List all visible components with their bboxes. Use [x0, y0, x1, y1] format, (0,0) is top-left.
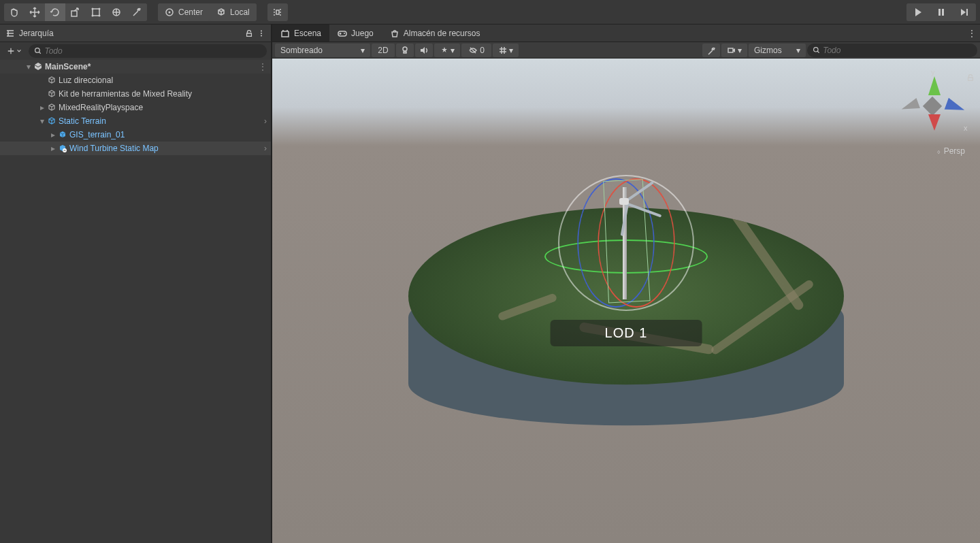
scale-tool-button[interactable] — [65, 3, 86, 21]
chevron-down-icon: ▾ — [361, 46, 365, 55]
mode-2d-label: 2D — [378, 46, 388, 55]
hand-tool-button[interactable] — [4, 3, 24, 21]
tab-game[interactable]: Juego — [329, 24, 382, 42]
toggle-2d-button[interactable]: 2D — [372, 44, 395, 57]
scene-tools-button[interactable] — [702, 44, 720, 57]
expand-arrow-icon[interactable]: ▾ — [38, 117, 46, 125]
row-menu-icon[interactable]: ⋮ — [259, 62, 267, 71]
svg-rect-21 — [728, 48, 733, 52]
projection-label[interactable]: ⬨ Persp — [936, 146, 965, 156]
svg-point-13 — [261, 30, 262, 31]
viewport-lock-icon[interactable] — [966, 73, 975, 84]
svg-point-16 — [35, 48, 40, 53]
row-chevron-icon[interactable]: › — [264, 144, 267, 153]
lod-badge: LOD 1 — [551, 320, 702, 346]
orientation-gizmo[interactable]: y x — [898, 72, 966, 154]
axis-y[interactable] — [928, 76, 941, 95]
svg-point-19 — [344, 33, 345, 34]
main-toolbar: Center Local — [0, 0, 980, 24]
search-icon — [34, 47, 42, 54]
rect-tool-button[interactable] — [86, 3, 106, 21]
tree-row[interactable]: ▾Static Terrain› — [0, 114, 271, 128]
shading-mode-dropdown[interactable]: Sombreado ▾ — [275, 44, 370, 57]
tree-row[interactable]: Kit de herramientas de Mixed Reality — [0, 87, 271, 101]
tabs-menu-button[interactable]: ⋮ — [964, 24, 980, 42]
unity-scene-icon — [33, 61, 44, 72]
tree-row[interactable]: Luz direccional — [0, 73, 271, 87]
transform-tool-button[interactable] — [106, 3, 127, 21]
svg-rect-1 — [93, 9, 99, 16]
expand-arrow-icon[interactable] — [38, 76, 46, 84]
gizmo-center[interactable] — [923, 97, 942, 116]
lighting-toggle-button[interactable] — [396, 44, 414, 57]
axis-neg-x[interactable] — [900, 98, 920, 114]
camera-icon — [727, 46, 736, 55]
lock-icon[interactable] — [245, 29, 253, 38]
expand-arrow-icon[interactable]: ▸ — [49, 131, 57, 139]
grid-dropdown-button[interactable]: ▾ — [493, 44, 519, 57]
pivot-local-button[interactable]: Local — [210, 3, 257, 21]
plus-icon — [7, 47, 15, 55]
tree-row[interactable]: ▸MixedRealityPlayspace — [0, 101, 271, 114]
audio-toggle-button[interactable] — [415, 44, 433, 57]
effects-dropdown-button[interactable]: ▾ — [434, 44, 460, 57]
turbine-hub — [619, 198, 629, 205]
snap-button[interactable] — [267, 3, 288, 21]
prefab-icon — [57, 143, 68, 154]
hierarchy-icon — [5, 29, 15, 38]
expand-arrow-icon[interactable]: ▾ — [24, 63, 33, 71]
expand-arrow-icon[interactable]: ▸ — [49, 144, 57, 152]
move-tool-button[interactable] — [24, 3, 45, 21]
move-icon — [29, 7, 40, 18]
add-object-button[interactable] — [4, 46, 24, 56]
scene-viewport[interactable]: LOD 1 y x ⬨ Persp — [272, 59, 980, 543]
hierarchy-header: Jerarquía — [0, 24, 271, 42]
pivot-center-button[interactable]: Center — [158, 3, 210, 21]
svg-point-14 — [261, 32, 262, 33]
scene-search-input[interactable] — [823, 46, 972, 55]
playback-controls — [906, 3, 976, 21]
chevron-down-icon: ▾ — [796, 46, 800, 55]
svg-point-2 — [92, 7, 94, 10]
gameobject-icon — [46, 75, 57, 86]
tree-item-label: MixedRealityPlayspace — [59, 103, 143, 112]
tree-row[interactable]: ▸Wind Turbine Static Map› — [0, 142, 271, 155]
tab-asset-store[interactable]: Almacén de recursos — [382, 24, 489, 42]
camera-dropdown-button[interactable]: ▾ — [721, 44, 747, 57]
tree-item-label: Luz direccional — [59, 76, 113, 85]
hierarchy-search-input[interactable] — [44, 46, 261, 56]
scene-name: MainScene* — [45, 62, 91, 71]
axis-label-x: x — [964, 124, 968, 132]
rotate-tool-button[interactable] — [45, 3, 65, 21]
pause-button[interactable] — [930, 3, 953, 21]
axis-x[interactable] — [945, 98, 966, 116]
custom-tools-button[interactable] — [127, 3, 147, 21]
hand-icon — [9, 7, 20, 18]
game-tab-icon — [338, 29, 347, 38]
play-button[interactable] — [906, 3, 930, 21]
expand-arrow-icon[interactable] — [38, 90, 46, 98]
hierarchy-search[interactable] — [29, 44, 267, 58]
row-chevron-icon[interactable]: › — [264, 116, 267, 126]
hidden-objects-button[interactable]: 0 — [461, 44, 491, 57]
panel-menu-icon[interactable] — [257, 29, 265, 38]
tree-row[interactable]: ▸GIS_terrain_01 — [0, 128, 271, 142]
audio-icon — [419, 46, 429, 55]
chevron-down-icon: ▾ — [509, 46, 513, 55]
gizmos-dropdown[interactable]: Gizmos ▾ — [749, 44, 806, 57]
svg-point-15 — [261, 35, 262, 36]
hierarchy-tree: ▾ MainScene* ⋮ Luz direccionalKit de her… — [0, 60, 271, 543]
scene-search[interactable] — [807, 44, 977, 57]
pause-icon — [936, 7, 947, 18]
rotation-gizmo[interactable] — [551, 168, 701, 318]
scene-row[interactable]: ▾ MainScene* ⋮ — [0, 60, 271, 73]
rotate-icon — [50, 7, 61, 18]
tab-scene[interactable]: Escena — [272, 24, 329, 42]
expand-arrow-icon[interactable]: ▸ — [38, 103, 46, 112]
gameobject-icon — [46, 102, 57, 113]
svg-point-22 — [814, 47, 818, 51]
pivot-group: Center Local — [158, 3, 257, 21]
hierarchy-toolbar — [0, 42, 271, 60]
axis-z[interactable] — [928, 114, 941, 131]
step-button[interactable] — [953, 3, 976, 21]
